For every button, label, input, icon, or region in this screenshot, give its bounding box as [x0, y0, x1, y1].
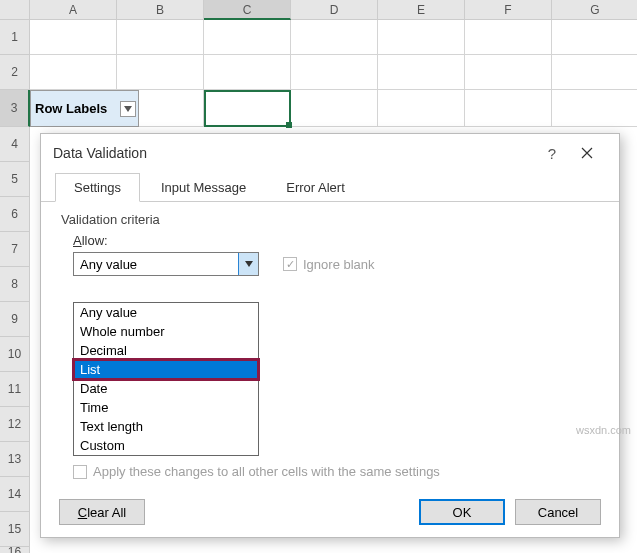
row-header-4[interactable]: 4: [0, 127, 30, 162]
option-whole-number[interactable]: Whole number: [74, 322, 258, 341]
cell-e2[interactable]: [378, 55, 465, 90]
filter-dropdown-button[interactable]: [120, 101, 136, 117]
dialog-title: Data Validation: [53, 145, 537, 161]
row-header-11[interactable]: 11: [0, 372, 30, 407]
select-all-corner[interactable]: [0, 0, 30, 20]
cell-a2[interactable]: [30, 55, 117, 90]
option-custom[interactable]: Custom: [74, 436, 258, 455]
allow-combobox[interactable]: Any value: [73, 252, 259, 276]
dialog-button-bar: Clear All OK Cancel: [59, 499, 601, 525]
criteria-label: Validation criteria: [61, 212, 599, 227]
cell-f1[interactable]: [465, 20, 552, 55]
cell-a1[interactable]: [30, 20, 117, 55]
checkbox-icon: [73, 465, 87, 479]
row-header-15[interactable]: 15: [0, 512, 30, 547]
cell-g2[interactable]: [552, 55, 637, 90]
cell-f3[interactable]: [465, 90, 552, 127]
data-validation-dialog: Data Validation ? Settings Input Message…: [40, 133, 620, 538]
allow-dropdown-button[interactable]: [238, 253, 258, 275]
watermark: wsxdn.com: [576, 424, 631, 436]
option-date[interactable]: Date: [74, 379, 258, 398]
col-header-c[interactable]: C: [204, 0, 291, 20]
column-headers: A B C D E F G: [0, 0, 637, 20]
cell-c1[interactable]: [204, 20, 291, 55]
ok-button[interactable]: OK: [419, 499, 505, 525]
row-header-9[interactable]: 9: [0, 302, 30, 337]
col-header-b[interactable]: B: [117, 0, 204, 20]
cell-g1[interactable]: [552, 20, 637, 55]
apply-changes-label: Apply these changes to all other cells w…: [93, 464, 440, 479]
row-header-13[interactable]: 13: [0, 442, 30, 477]
cell-a3[interactable]: Row Labels: [30, 90, 139, 127]
row-4: 4: [0, 127, 30, 162]
cell-b2[interactable]: [117, 55, 204, 90]
option-text-length[interactable]: Text length: [74, 417, 258, 436]
option-time[interactable]: Time: [74, 398, 258, 417]
row-header-6[interactable]: 6: [0, 197, 30, 232]
row-header-7[interactable]: 7: [0, 232, 30, 267]
checkbox-icon: ✓: [283, 257, 297, 271]
cell-c2[interactable]: [204, 55, 291, 90]
cell-d3[interactable]: [291, 90, 378, 127]
option-list[interactable]: List: [74, 360, 258, 379]
cell-a3-label: Row Labels: [35, 101, 107, 116]
cancel-button[interactable]: Cancel: [515, 499, 601, 525]
allow-value: Any value: [74, 257, 238, 272]
col-header-d[interactable]: D: [291, 0, 378, 20]
cell-e1[interactable]: [378, 20, 465, 55]
tab-error-alert[interactable]: Error Alert: [267, 173, 364, 201]
col-header-e[interactable]: E: [378, 0, 465, 20]
cell-g3[interactable]: [552, 90, 637, 127]
row-header-12[interactable]: 12: [0, 407, 30, 442]
ignore-blank-checkbox: ✓ Ignore blank: [283, 257, 375, 272]
cell-b1[interactable]: [117, 20, 204, 55]
row-header-16[interactable]: 16: [0, 547, 30, 553]
cell-d1[interactable]: [291, 20, 378, 55]
allow-dropdown-list[interactable]: Any value Whole number Decimal List Date…: [73, 302, 259, 456]
tab-input-message[interactable]: Input Message: [142, 173, 265, 201]
option-decimal[interactable]: Decimal: [74, 341, 258, 360]
cell-d2[interactable]: [291, 55, 378, 90]
row-header-14[interactable]: 14: [0, 477, 30, 512]
dialog-titlebar[interactable]: Data Validation ?: [41, 134, 619, 172]
cell-f2[interactable]: [465, 55, 552, 90]
cell-b3[interactable]: [139, 90, 204, 127]
row-header-10[interactable]: 10: [0, 337, 30, 372]
row-header-5[interactable]: 5: [0, 162, 30, 197]
tab-settings[interactable]: Settings: [55, 173, 140, 202]
col-header-f[interactable]: F: [465, 0, 552, 20]
row-1: 1: [0, 20, 637, 55]
row-header-1[interactable]: 1: [0, 20, 30, 55]
ignore-blank-label: Ignore blank: [303, 257, 375, 272]
row-header-3[interactable]: 3: [0, 90, 30, 127]
row-header-2[interactable]: 2: [0, 55, 30, 90]
close-button[interactable]: [567, 145, 607, 162]
dialog-tabs: Settings Input Message Error Alert: [41, 172, 619, 202]
allow-label: Allow:: [73, 233, 599, 248]
cell-e3[interactable]: [378, 90, 465, 127]
apply-changes-checkbox: Apply these changes to all other cells w…: [73, 464, 440, 479]
col-header-g[interactable]: G: [552, 0, 637, 20]
clear-all-button[interactable]: Clear All: [59, 499, 145, 525]
col-header-a[interactable]: A: [30, 0, 117, 20]
row-2: 2: [0, 55, 637, 90]
option-any-value[interactable]: Any value: [74, 303, 258, 322]
help-button[interactable]: ?: [537, 145, 567, 162]
dialog-body: Validation criteria Allow: Any value ✓ I…: [41, 202, 619, 288]
row-header-8[interactable]: 8: [0, 267, 30, 302]
row-3: 3 Row Labels: [0, 90, 637, 127]
cell-c3-selected[interactable]: [204, 90, 291, 127]
